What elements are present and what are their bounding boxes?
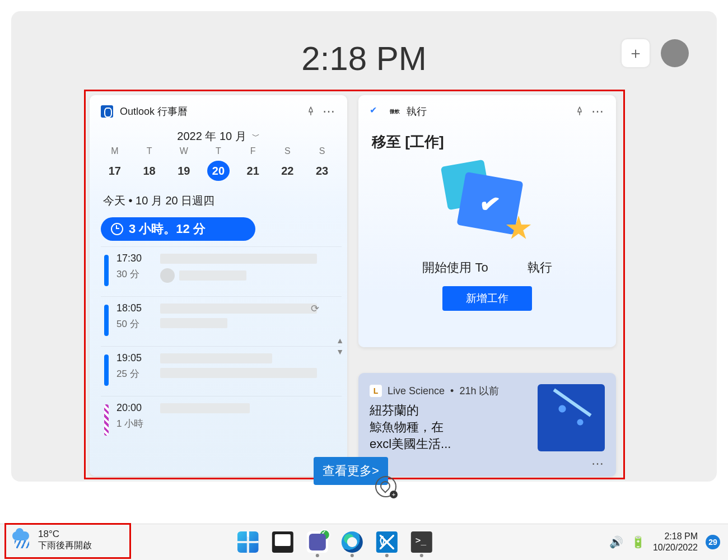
- dow: T: [138, 146, 161, 156]
- pin-icon[interactable]: [306, 106, 316, 116]
- livescience-icon: L: [370, 385, 382, 397]
- todo-widget[interactable]: 微軟 執行 ⋯ 移至 [工作] 開始使用 To執行 新增工作: [358, 95, 616, 347]
- tray-time: 2:18 PM: [664, 531, 698, 542]
- events-list[interactable]: 17:3030 分 18:0550 分 ⟳ 19:0525 分: [101, 246, 342, 441]
- event-time: 20:00: [116, 402, 152, 414]
- today-label: 今天 • 10 月 20 日週四: [90, 183, 347, 213]
- taskbar-center: [237, 531, 432, 553]
- widgets-panel: 2:18 PM ＋ Outlook 行事曆 ⋯ 2022 年 10 月 ﹀ M: [11, 11, 717, 482]
- event-time: 18:05: [116, 302, 152, 314]
- clock-icon: [111, 223, 123, 235]
- next-event-text: 3 小時。12 分: [129, 221, 206, 237]
- date-cell[interactable]: 23: [311, 161, 333, 181]
- add-task-button[interactable]: 新增工作: [442, 286, 532, 311]
- month-label: 2022 年 10 月: [177, 129, 246, 144]
- todo-widget-title: 執行: [407, 105, 427, 118]
- event-item[interactable]: 17:3030 分: [101, 246, 342, 292]
- todo-headline: 移至 [工作]: [358, 123, 616, 152]
- event-item[interactable]: 20:001 小時: [101, 396, 342, 441]
- event-item[interactable]: 18:0550 分 ⟳: [101, 296, 342, 342]
- terminal-icon[interactable]: [411, 531, 432, 553]
- event-duration: 30 分: [116, 268, 152, 281]
- news-thumbnail[interactable]: [538, 384, 605, 451]
- todo-brand-small: 微軟: [390, 108, 400, 115]
- outlook-calendar-widget[interactable]: Outlook 行事曆 ⋯ 2022 年 10 月 ﹀ M T W T F S …: [90, 95, 347, 476]
- system-tray[interactable]: 🔊 🔋 2:18 PM 10/20/2022 29: [609, 524, 720, 560]
- event-time: 19:05: [116, 352, 152, 364]
- date-cell[interactable]: 22: [276, 161, 298, 181]
- dot: •: [450, 385, 454, 397]
- taskbar[interactable]: 18°C 下雨後再開啟 🔊 🔋 2:18 PM 10/20/2022 29: [0, 524, 728, 560]
- event-color-bar: [104, 305, 109, 336]
- todo-cta-text: 開始使用 To執行: [358, 259, 616, 276]
- weather-widget-taskbar[interactable]: 18°C 下雨後再開啟: [9, 526, 95, 553]
- rain-icon: [12, 530, 31, 549]
- next-event-pill[interactable]: 3 小時。12 分: [101, 217, 255, 241]
- date-cell[interactable]: 17: [104, 161, 126, 181]
- presence-available-badge: [319, 529, 330, 540]
- outlook-icon: [101, 105, 113, 118]
- scroll-arrows[interactable]: ▲▼: [336, 336, 344, 356]
- event-color-bar: [104, 255, 109, 286]
- calendar-widget-title: Outlook 行事曆: [120, 105, 188, 118]
- date-row[interactable]: 17 18 19 20 21 22 23: [90, 158, 347, 183]
- news-source-row: L Live Science • 21h 以前: [370, 384, 529, 398]
- more-icon[interactable]: ⋯: [323, 104, 336, 119]
- event-item[interactable]: 19:0525 分: [101, 346, 342, 391]
- weekday-row: M T W T F S S: [90, 144, 347, 158]
- more-icon[interactable]: ⋯: [591, 104, 605, 119]
- edge-icon[interactable]: [342, 531, 363, 553]
- add-contact-icon[interactable]: [375, 476, 396, 497]
- date-cell[interactable]: 19: [172, 161, 195, 181]
- dow: S: [311, 146, 333, 156]
- recurring-icon: ⟳: [311, 302, 319, 315]
- date-cell-today[interactable]: 20: [207, 161, 230, 181]
- scroll-down-icon[interactable]: ▼: [336, 347, 344, 356]
- dow: M: [104, 146, 126, 156]
- weather-temp: 18°C: [38, 529, 92, 540]
- user-avatar[interactable]: [661, 39, 689, 67]
- event-duration: 25 分: [116, 367, 152, 380]
- dow: W: [172, 146, 195, 156]
- news-source: Live Science: [388, 385, 445, 397]
- add-widget-button[interactable]: ＋: [622, 39, 650, 67]
- more-icon[interactable]: ⋯: [591, 456, 605, 471]
- month-selector[interactable]: 2022 年 10 月 ﹀: [90, 129, 347, 144]
- news-widget[interactable]: L Live Science • 21h 以前 紐芬蘭的 鯨魚物種，在 excl…: [358, 373, 616, 477]
- todo-illustration: [434, 163, 540, 253]
- dow: S: [276, 146, 298, 156]
- chevron-down-icon[interactable]: ﹀: [252, 132, 260, 142]
- weather-desc: 下雨後再開啟: [38, 540, 92, 551]
- dow: T: [207, 146, 230, 156]
- task-view-button[interactable]: [272, 531, 293, 553]
- widgets-area: Outlook 行事曆 ⋯ 2022 年 10 月 ﹀ M T W T F S …: [90, 95, 616, 476]
- panel-clock: 2:18 PM: [11, 39, 717, 78]
- teams-icon[interactable]: [307, 531, 328, 553]
- event-time: 17:30: [116, 253, 152, 264]
- tray-clock[interactable]: 2:18 PM 10/20/2022: [653, 531, 698, 553]
- pin-icon[interactable]: [575, 106, 585, 116]
- tray-date: 10/20/2022: [653, 542, 698, 553]
- notification-badge[interactable]: 29: [706, 535, 720, 549]
- todo-check-icon: [370, 106, 381, 117]
- vscode-icon[interactable]: [376, 531, 398, 553]
- start-button[interactable]: [237, 531, 259, 553]
- date-cell[interactable]: 21: [242, 161, 264, 181]
- event-color-bar: [104, 404, 109, 436]
- volume-icon[interactable]: 🔊: [609, 535, 623, 549]
- scroll-up-icon[interactable]: ▲: [336, 336, 344, 345]
- news-headline[interactable]: 紐芬蘭的 鯨魚物種，在 excl美國生活...: [370, 402, 529, 452]
- battery-icon[interactable]: 🔋: [631, 535, 645, 549]
- event-duration: 1 小時: [116, 417, 152, 430]
- event-color-bar: [104, 354, 109, 386]
- event-duration: 50 分: [116, 318, 152, 330]
- date-cell[interactable]: 18: [138, 161, 161, 181]
- news-age: 21h 以前: [459, 384, 499, 398]
- dow: F: [242, 146, 264, 156]
